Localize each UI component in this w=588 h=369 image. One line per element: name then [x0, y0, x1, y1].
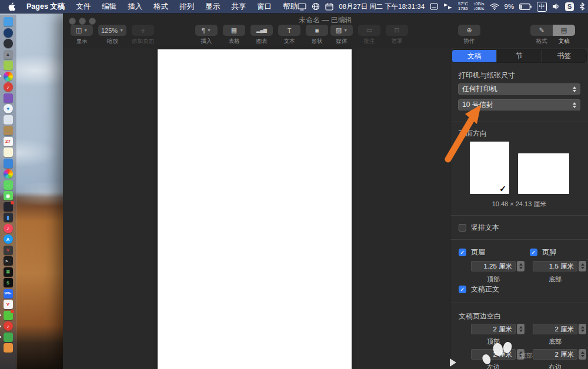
view-label: 显示 [76, 38, 88, 45]
menu-文件[interactable]: 文件 [76, 2, 91, 12]
dock-icon-messages[interactable]: … [4, 180, 13, 190]
zoom-window-button[interactable] [89, 18, 96, 25]
sidebar-tab-书签[interactable]: 书签 [542, 50, 586, 62]
apple-menu[interactable] [8, 2, 15, 11]
wifi-icon[interactable] [490, 3, 499, 10]
dock-icon-app-store-circle[interactable] [4, 28, 13, 38]
dock-icon-vpn[interactable]: VPN+ [4, 289, 13, 298]
orientation-landscape-option[interactable] [518, 153, 569, 194]
dock-icon-orange-app[interactable] [4, 343, 13, 353]
touchbar-icon[interactable] [430, 3, 438, 10]
input-method-badge[interactable]: 中 [537, 2, 547, 12]
margin-top-field[interactable]: 2 厘米 [471, 324, 516, 334]
menu-格式[interactable]: 格式 [153, 2, 168, 12]
toolbar-zoom-button[interactable]: 125%▼缩放 [98, 25, 126, 45]
document-body-checkbox[interactable] [459, 286, 466, 293]
toolbar-document-button[interactable]: ▤文稿 [553, 25, 575, 45]
toolbar-media-button[interactable]: ▨▼媒体 [330, 25, 353, 45]
minimize-button[interactable] [79, 18, 86, 25]
margin-right-stepper[interactable] [579, 349, 586, 360]
toolbar-comment-button[interactable]: ▭批注 [358, 25, 380, 45]
sogou-badge[interactable]: S [565, 2, 574, 11]
network-speed-status[interactable]: ↑0B/s ↓0B/s [473, 2, 485, 11]
dock-icon-notes[interactable] [4, 147, 13, 157]
dock-icon-terminal-2[interactable]: ≣ [4, 267, 13, 277]
footer-bottom-field[interactable]: 1.5 厘米 [533, 261, 577, 271]
menu-显示[interactable]: 显示 [205, 2, 220, 12]
document-canvas[interactable] [63, 48, 450, 369]
dock-icon-music-red[interactable]: ♪ [4, 321, 13, 331]
menu-共享[interactable]: 共享 [231, 2, 246, 12]
margin-top-stepper[interactable] [517, 324, 524, 334]
toolbar-chart-button[interactable]: ▂▄▆图表 [250, 25, 273, 45]
dock-icon-app-store[interactable]: A [4, 234, 13, 244]
toolbar-mask-button[interactable]: ⊡遮罩 [386, 25, 408, 45]
dock-icon-preview[interactable] [4, 115, 13, 125]
header-checkbox[interactable] [459, 249, 466, 256]
toolbar-add-page-button[interactable]: +添加页面 [132, 25, 154, 45]
toolbar-group-inspector: ✎格式▤文稿 [530, 25, 575, 45]
dock-icon-photos[interactable] [4, 169, 13, 179]
menu-编辑[interactable]: 编辑 [102, 2, 116, 12]
printer-select[interactable]: 任何打印机 [458, 83, 580, 95]
dock-icon-launchpad[interactable]: ▲ [4, 50, 13, 59]
orientation-portrait-option[interactable]: ✓ [470, 142, 509, 194]
dock-icon-qq-dark[interactable] [4, 202, 13, 212]
dock-icon-safari[interactable]: ✦ [4, 104, 13, 113]
dock-icon-itunes[interactable]: ♪ [4, 224, 13, 233]
dock-icon-keynote[interactable]: ▮ [4, 213, 13, 222]
toolbar-group-collab: ⊕协作 [458, 25, 480, 45]
header-top-stepper[interactable] [517, 261, 524, 271]
mask-icon: ⊡ [386, 25, 408, 36]
menubar-clock[interactable]: 08月27日 周二 下午18:31:34 [339, 2, 425, 11]
toolbar-text-button[interactable]: T文本 [278, 25, 300, 45]
toolbar-insert-button[interactable]: ¶▼插入 [195, 25, 218, 45]
document-page[interactable] [158, 49, 352, 369]
footer-bottom-stepper[interactable] [579, 261, 586, 271]
flags-icon[interactable] [443, 3, 453, 11]
menu-帮助[interactable]: 帮助 [283, 2, 298, 12]
dock-icon-terminal-3[interactable]: $ [4, 278, 13, 287]
globe-icon[interactable] [312, 2, 320, 11]
dock-icon-drawing-blue[interactable] [4, 159, 13, 168]
dock-icon-camera-green[interactable] [4, 333, 13, 342]
footer-checkbox[interactable] [530, 249, 537, 256]
margin-bottom-stepper[interactable] [579, 324, 586, 334]
dock-icon-terminal-1[interactable]: >_ [4, 256, 13, 266]
sidebar-tab-节[interactable]: 节 [497, 50, 542, 62]
dock-icon-maps-dark[interactable] [4, 39, 13, 48]
dock-icon-purple-app[interactable] [4, 93, 13, 103]
toolbar-view-button[interactable]: ◫▼显示 [71, 25, 93, 45]
dock-icon-books[interactable] [4, 126, 13, 135]
dock-icon-android-emulator[interactable] [4, 61, 13, 70]
temp-status[interactable]: 57°C 1786 [458, 2, 468, 11]
sidebar-tab-文稿[interactable]: 文稿 [452, 50, 497, 62]
paper-size-select[interactable]: 10 号信封 [458, 99, 580, 110]
speaker-icon[interactable] [552, 3, 560, 10]
app-menu-title[interactable]: Pages 文稿 [26, 2, 65, 12]
dock-icon-v-app[interactable]: V [4, 246, 13, 255]
dock-icon-calendar[interactable]: 27 [4, 137, 13, 146]
toolbar-shape-button[interactable]: ■形状 [306, 25, 328, 45]
toolbar-collaborate-button[interactable]: ⊕协作 [458, 25, 480, 45]
toolbar-format-button[interactable]: ✎格式 [530, 25, 553, 45]
header-top-field[interactable]: 1.25 厘米 [471, 261, 516, 271]
dock-icon-netease-red[interactable]: ♪ [4, 82, 13, 92]
toolbar-table-button[interactable]: ▦表格 [223, 25, 245, 45]
margin-right-field[interactable]: 2 厘米 [533, 349, 577, 360]
dock-icon-yandex[interactable]: Y [4, 300, 13, 309]
vertical-text-checkbox[interactable] [459, 224, 466, 232]
dock-icon-color-wheel[interactable] [4, 72, 13, 81]
dock-icon-facetime[interactable]: ◉ [4, 191, 13, 200]
menu-窗口[interactable]: 窗口 [257, 2, 272, 12]
dock-icon-finder[interactable] [4, 17, 13, 26]
calendar-icon[interactable] [325, 3, 333, 11]
margin-bottom-field[interactable]: 2 厘米 [533, 324, 577, 334]
display-icon[interactable] [298, 3, 306, 11]
bluetooth-icon[interactable] [579, 2, 585, 11]
dock-icon-wechat[interactable] [4, 311, 13, 320]
close-button[interactable] [69, 18, 76, 25]
menu-插入[interactable]: 插入 [128, 2, 142, 12]
battery-icon[interactable] [519, 4, 532, 10]
menu-排列[interactable]: 排列 [179, 2, 194, 12]
